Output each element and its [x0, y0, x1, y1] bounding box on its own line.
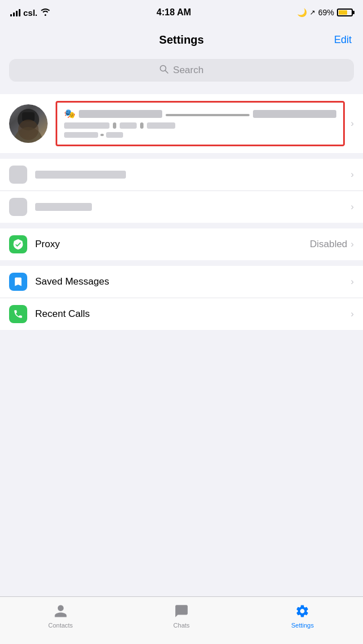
chevron-right-icon: › — [351, 239, 354, 250]
settings-tab-label: Settings — [291, 622, 314, 629]
profile-emoji: 🎭 — [64, 108, 75, 119]
profile-username-blur — [64, 132, 98, 138]
svg-line-1 — [166, 71, 168, 74]
search-placeholder: Search — [173, 65, 204, 76]
status-bar: csl. 4:18 AM 🌙 ↗ 69% — [0, 0, 363, 25]
status-left: csl. — [10, 8, 50, 18]
blurred-item-1[interactable]: › — [0, 159, 363, 191]
signal-icon — [10, 9, 20, 16]
blurred-icon-1 — [9, 166, 27, 184]
chevron-right-icon: › — [351, 201, 354, 213]
search-bar[interactable]: Search — [9, 59, 354, 82]
section-divider-1 — [0, 88, 363, 94]
avatar — [9, 104, 48, 143]
moon-icon: 🌙 — [297, 8, 307, 17]
proxy-item[interactable]: Proxy Disabled › — [0, 228, 363, 260]
profile-name-blur-2 — [253, 110, 336, 118]
contacts-tab-label: Contacts — [48, 622, 73, 629]
search-icon — [159, 65, 168, 76]
saved-messages-item[interactable]: Saved Messages › — [0, 266, 363, 298]
blurred-text-2 — [35, 203, 92, 211]
tab-bar: Contacts Chats Settings — [0, 596, 363, 644]
profile-name-row: 🎭 — [64, 108, 336, 119]
profile-phone-row — [64, 122, 336, 129]
edit-button[interactable]: Edit — [334, 34, 352, 46]
contacts-icon — [52, 603, 69, 620]
chevron-right-icon: › — [351, 276, 354, 287]
battery-percentage: 69% — [318, 8, 334, 17]
profile-phone-blur-1 — [64, 122, 109, 129]
location-icon: ↗ — [310, 9, 315, 16]
saved-messages-label: Saved Messages — [35, 276, 351, 287]
battery-icon — [337, 9, 353, 16]
profile-name-blur — [79, 110, 162, 118]
profile-username-row — [64, 132, 336, 138]
chevron-right-icon: › — [351, 308, 354, 320]
carrier-text: csl. — [23, 8, 37, 18]
blurred-icon-2 — [9, 198, 27, 216]
chevron-right-icon: › — [351, 118, 354, 129]
saved-messages-icon — [9, 273, 27, 291]
status-time: 4:18 AM — [157, 7, 191, 18]
profile-item[interactable]: 🎭 › — [0, 94, 363, 153]
section-divider-3 — [0, 223, 363, 228]
page-title: Settings — [159, 33, 204, 46]
settings-icon — [294, 603, 311, 620]
blurred-section-1: › › — [0, 159, 363, 223]
nav-bar: Settings Edit — [0, 25, 363, 54]
blurred-text-1 — [35, 171, 126, 179]
tab-settings[interactable]: Settings — [242, 603, 363, 629]
section-divider-2 — [0, 153, 363, 159]
profile-info-highlighted: 🎭 — [56, 101, 345, 146]
tab-contacts[interactable]: Contacts — [0, 603, 121, 629]
chevron-right-icon: › — [351, 169, 354, 180]
wifi-icon — [40, 8, 50, 18]
search-container: Search — [0, 54, 363, 88]
proxy-label: Proxy — [35, 239, 310, 250]
recent-calls-item[interactable]: Recent Calls › — [0, 298, 363, 330]
recent-calls-icon — [9, 305, 27, 323]
blurred-item-2[interactable]: › — [0, 191, 363, 223]
status-right: 🌙 ↗ 69% — [297, 8, 353, 17]
proxy-section: Proxy Disabled › — [0, 228, 363, 260]
chats-icon — [173, 603, 190, 620]
chats-tab-label: Chats — [174, 622, 190, 629]
proxy-value: Disabled — [310, 239, 347, 250]
menu-section: Saved Messages › Recent Calls › — [0, 266, 363, 330]
tab-chats[interactable]: Chats — [121, 603, 242, 629]
profile-section: 🎭 › — [0, 94, 363, 153]
recent-calls-label: Recent Calls — [35, 308, 351, 320]
section-divider-4 — [0, 260, 363, 266]
proxy-icon — [9, 235, 27, 253]
